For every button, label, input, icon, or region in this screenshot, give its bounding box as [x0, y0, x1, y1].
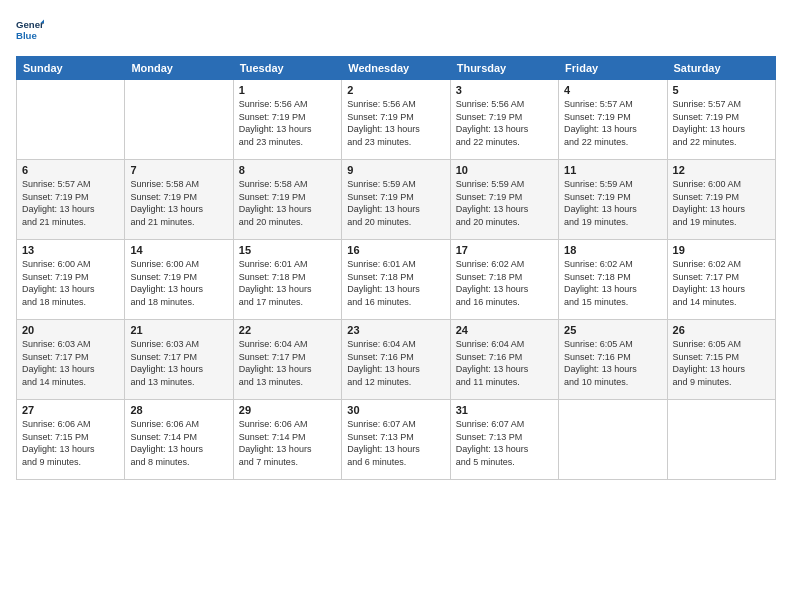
- day-number: 27: [22, 404, 119, 416]
- day-number: 30: [347, 404, 444, 416]
- calendar-cell: 9Sunrise: 5:59 AMSunset: 7:19 PMDaylight…: [342, 160, 450, 240]
- day-info: Sunrise: 6:01 AMSunset: 7:18 PMDaylight:…: [347, 258, 444, 308]
- day-number: 5: [673, 84, 770, 96]
- day-info: Sunrise: 5:58 AMSunset: 7:19 PMDaylight:…: [239, 178, 336, 228]
- calendar-cell: 19Sunrise: 6:02 AMSunset: 7:17 PMDayligh…: [667, 240, 775, 320]
- day-info: Sunrise: 6:06 AMSunset: 7:14 PMDaylight:…: [239, 418, 336, 468]
- calendar-week-row: 6Sunrise: 5:57 AMSunset: 7:19 PMDaylight…: [17, 160, 776, 240]
- calendar-cell: 8Sunrise: 5:58 AMSunset: 7:19 PMDaylight…: [233, 160, 341, 240]
- col-header-thursday: Thursday: [450, 57, 558, 80]
- calendar-cell: [667, 400, 775, 480]
- day-number: 4: [564, 84, 661, 96]
- calendar-cell: 7Sunrise: 5:58 AMSunset: 7:19 PMDaylight…: [125, 160, 233, 240]
- page-header: General Blue: [16, 16, 776, 44]
- logo-icon: General Blue: [16, 16, 44, 44]
- day-number: 15: [239, 244, 336, 256]
- day-number: 12: [673, 164, 770, 176]
- calendar-cell: 26Sunrise: 6:05 AMSunset: 7:15 PMDayligh…: [667, 320, 775, 400]
- calendar-cell: 14Sunrise: 6:00 AMSunset: 7:19 PMDayligh…: [125, 240, 233, 320]
- day-info: Sunrise: 6:00 AMSunset: 7:19 PMDaylight:…: [673, 178, 770, 228]
- day-info: Sunrise: 6:07 AMSunset: 7:13 PMDaylight:…: [347, 418, 444, 468]
- day-number: 19: [673, 244, 770, 256]
- day-number: 14: [130, 244, 227, 256]
- calendar-header-row: SundayMondayTuesdayWednesdayThursdayFrid…: [17, 57, 776, 80]
- day-number: 31: [456, 404, 553, 416]
- calendar-cell: 10Sunrise: 5:59 AMSunset: 7:19 PMDayligh…: [450, 160, 558, 240]
- day-info: Sunrise: 6:00 AMSunset: 7:19 PMDaylight:…: [22, 258, 119, 308]
- calendar-cell: [559, 400, 667, 480]
- svg-text:Blue: Blue: [16, 30, 37, 41]
- calendar-cell: 25Sunrise: 6:05 AMSunset: 7:16 PMDayligh…: [559, 320, 667, 400]
- day-number: 9: [347, 164, 444, 176]
- day-number: 24: [456, 324, 553, 336]
- day-info: Sunrise: 6:07 AMSunset: 7:13 PMDaylight:…: [456, 418, 553, 468]
- day-number: 8: [239, 164, 336, 176]
- day-info: Sunrise: 5:59 AMSunset: 7:19 PMDaylight:…: [564, 178, 661, 228]
- calendar-week-row: 27Sunrise: 6:06 AMSunset: 7:15 PMDayligh…: [17, 400, 776, 480]
- calendar-cell: 13Sunrise: 6:00 AMSunset: 7:19 PMDayligh…: [17, 240, 125, 320]
- day-number: 16: [347, 244, 444, 256]
- day-number: 23: [347, 324, 444, 336]
- day-number: 11: [564, 164, 661, 176]
- day-number: 7: [130, 164, 227, 176]
- day-info: Sunrise: 6:00 AMSunset: 7:19 PMDaylight:…: [130, 258, 227, 308]
- day-number: 6: [22, 164, 119, 176]
- day-number: 1: [239, 84, 336, 96]
- calendar-week-row: 20Sunrise: 6:03 AMSunset: 7:17 PMDayligh…: [17, 320, 776, 400]
- day-info: Sunrise: 6:05 AMSunset: 7:16 PMDaylight:…: [564, 338, 661, 388]
- calendar-cell: [17, 80, 125, 160]
- calendar-cell: 28Sunrise: 6:06 AMSunset: 7:14 PMDayligh…: [125, 400, 233, 480]
- day-number: 3: [456, 84, 553, 96]
- day-number: 26: [673, 324, 770, 336]
- calendar-cell: 16Sunrise: 6:01 AMSunset: 7:18 PMDayligh…: [342, 240, 450, 320]
- day-number: 18: [564, 244, 661, 256]
- day-number: 29: [239, 404, 336, 416]
- calendar-cell: 1Sunrise: 5:56 AMSunset: 7:19 PMDaylight…: [233, 80, 341, 160]
- day-number: 17: [456, 244, 553, 256]
- col-header-saturday: Saturday: [667, 57, 775, 80]
- calendar-cell: 29Sunrise: 6:06 AMSunset: 7:14 PMDayligh…: [233, 400, 341, 480]
- calendar-cell: 21Sunrise: 6:03 AMSunset: 7:17 PMDayligh…: [125, 320, 233, 400]
- calendar-cell: [125, 80, 233, 160]
- day-info: Sunrise: 6:04 AMSunset: 7:16 PMDaylight:…: [456, 338, 553, 388]
- day-info: Sunrise: 6:04 AMSunset: 7:16 PMDaylight:…: [347, 338, 444, 388]
- calendar-cell: 20Sunrise: 6:03 AMSunset: 7:17 PMDayligh…: [17, 320, 125, 400]
- day-info: Sunrise: 6:01 AMSunset: 7:18 PMDaylight:…: [239, 258, 336, 308]
- day-info: Sunrise: 5:57 AMSunset: 7:19 PMDaylight:…: [564, 98, 661, 148]
- calendar-cell: 24Sunrise: 6:04 AMSunset: 7:16 PMDayligh…: [450, 320, 558, 400]
- calendar-week-row: 1Sunrise: 5:56 AMSunset: 7:19 PMDaylight…: [17, 80, 776, 160]
- calendar-cell: 31Sunrise: 6:07 AMSunset: 7:13 PMDayligh…: [450, 400, 558, 480]
- day-info: Sunrise: 6:02 AMSunset: 7:17 PMDaylight:…: [673, 258, 770, 308]
- day-info: Sunrise: 6:02 AMSunset: 7:18 PMDaylight:…: [456, 258, 553, 308]
- calendar-cell: 15Sunrise: 6:01 AMSunset: 7:18 PMDayligh…: [233, 240, 341, 320]
- day-info: Sunrise: 6:04 AMSunset: 7:17 PMDaylight:…: [239, 338, 336, 388]
- day-info: Sunrise: 5:57 AMSunset: 7:19 PMDaylight:…: [673, 98, 770, 148]
- calendar-cell: 12Sunrise: 6:00 AMSunset: 7:19 PMDayligh…: [667, 160, 775, 240]
- day-number: 20: [22, 324, 119, 336]
- day-info: Sunrise: 6:06 AMSunset: 7:14 PMDaylight:…: [130, 418, 227, 468]
- col-header-friday: Friday: [559, 57, 667, 80]
- day-number: 10: [456, 164, 553, 176]
- day-number: 28: [130, 404, 227, 416]
- calendar-cell: 4Sunrise: 5:57 AMSunset: 7:19 PMDaylight…: [559, 80, 667, 160]
- day-info: Sunrise: 5:56 AMSunset: 7:19 PMDaylight:…: [239, 98, 336, 148]
- day-info: Sunrise: 6:06 AMSunset: 7:15 PMDaylight:…: [22, 418, 119, 468]
- calendar-cell: 3Sunrise: 5:56 AMSunset: 7:19 PMDaylight…: [450, 80, 558, 160]
- day-info: Sunrise: 5:59 AMSunset: 7:19 PMDaylight:…: [456, 178, 553, 228]
- calendar-cell: 6Sunrise: 5:57 AMSunset: 7:19 PMDaylight…: [17, 160, 125, 240]
- svg-text:General: General: [16, 19, 44, 30]
- calendar-cell: 17Sunrise: 6:02 AMSunset: 7:18 PMDayligh…: [450, 240, 558, 320]
- day-number: 22: [239, 324, 336, 336]
- day-info: Sunrise: 5:56 AMSunset: 7:19 PMDaylight:…: [347, 98, 444, 148]
- day-info: Sunrise: 5:57 AMSunset: 7:19 PMDaylight:…: [22, 178, 119, 228]
- calendar-cell: 5Sunrise: 5:57 AMSunset: 7:19 PMDaylight…: [667, 80, 775, 160]
- day-info: Sunrise: 5:59 AMSunset: 7:19 PMDaylight:…: [347, 178, 444, 228]
- day-info: Sunrise: 5:58 AMSunset: 7:19 PMDaylight:…: [130, 178, 227, 228]
- day-info: Sunrise: 5:56 AMSunset: 7:19 PMDaylight:…: [456, 98, 553, 148]
- day-info: Sunrise: 6:03 AMSunset: 7:17 PMDaylight:…: [22, 338, 119, 388]
- day-number: 2: [347, 84, 444, 96]
- col-header-sunday: Sunday: [17, 57, 125, 80]
- calendar-week-row: 13Sunrise: 6:00 AMSunset: 7:19 PMDayligh…: [17, 240, 776, 320]
- calendar-cell: 22Sunrise: 6:04 AMSunset: 7:17 PMDayligh…: [233, 320, 341, 400]
- calendar-cell: 23Sunrise: 6:04 AMSunset: 7:16 PMDayligh…: [342, 320, 450, 400]
